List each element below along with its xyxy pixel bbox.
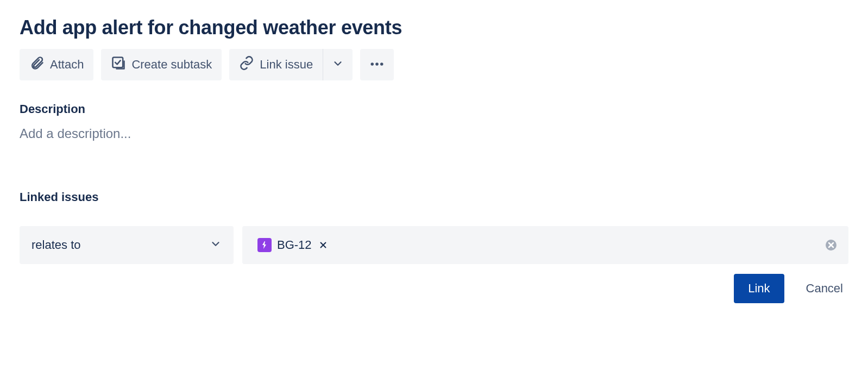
clear-picker-button[interactable] xyxy=(825,239,838,252)
epic-icon xyxy=(257,238,272,252)
link-issue-label: Link issue xyxy=(260,58,313,72)
svg-point-2 xyxy=(375,62,379,66)
create-subtask-label: Create subtask xyxy=(131,58,212,72)
cancel-button[interactable]: Cancel xyxy=(801,274,848,303)
link-form-actions: Link Cancel xyxy=(20,274,848,303)
link-icon xyxy=(239,55,254,74)
chevron-down-icon xyxy=(210,238,222,252)
svg-rect-0 xyxy=(113,58,123,68)
toolbar: Attach Create subtask Link issue xyxy=(20,49,848,80)
linked-issues-row: relates to BG-12 xyxy=(20,226,848,264)
link-issue-button[interactable]: Link issue xyxy=(229,49,323,80)
paperclip-icon xyxy=(29,55,45,74)
more-horizontal-icon xyxy=(369,56,385,74)
create-subtask-button[interactable]: Create subtask xyxy=(101,49,222,80)
relation-type-select[interactable]: relates to xyxy=(20,226,234,264)
attach-label: Attach xyxy=(50,58,84,72)
chevron-down-icon xyxy=(332,58,344,72)
attach-button[interactable]: Attach xyxy=(20,49,93,80)
link-button[interactable]: Link xyxy=(734,274,784,303)
issue-key: BG-12 xyxy=(277,238,312,252)
page-title: Add app alert for changed weather events xyxy=(20,16,848,39)
issue-chip: BG-12 xyxy=(253,235,334,255)
svg-point-3 xyxy=(380,62,383,66)
linked-issues-heading: Linked issues xyxy=(20,190,848,204)
description-heading: Description xyxy=(20,102,848,116)
description-input[interactable]: Add a description... xyxy=(20,126,848,141)
subtask-icon xyxy=(111,55,126,74)
link-issue-split-button: Link issue xyxy=(229,49,353,80)
svg-point-1 xyxy=(371,62,374,66)
issue-picker-input[interactable]: BG-12 xyxy=(242,226,848,264)
more-actions-button[interactable] xyxy=(360,49,394,80)
remove-chip-button[interactable] xyxy=(317,239,329,251)
link-issue-dropdown-button[interactable] xyxy=(323,49,353,80)
relation-type-label: relates to xyxy=(32,238,81,252)
